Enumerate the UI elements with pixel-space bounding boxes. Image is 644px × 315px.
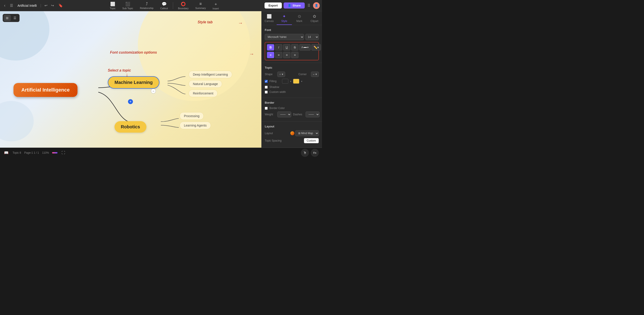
bold-button[interactable]: B	[267, 44, 274, 50]
tool-topic[interactable]: ⬜ Topic	[107, 1, 119, 10]
mark-tab-icon: ⊙	[298, 14, 301, 19]
filling-label: Filling	[270, 80, 280, 83]
align-center-button[interactable]: ≡	[275, 52, 282, 58]
tool-callout[interactable]: 💬 Callout	[157, 1, 171, 10]
font-name-row: Microsoft YaHei Arial 14 12 16 18	[265, 34, 319, 40]
app-title: Artificial Intelli	[16, 4, 38, 7]
align-row: ≡ ≡ ≡ ≡	[267, 52, 316, 58]
export-button[interactable]: Export	[264, 2, 282, 8]
summary-icon: ≡	[200, 1, 202, 6]
node-ml-plus-button[interactable]: +	[128, 99, 133, 104]
custom-width-checkbox[interactable]	[265, 91, 268, 94]
tab-canvas[interactable]: ⬜ Canvas	[262, 11, 277, 25]
align-right-button[interactable]: ≡	[283, 52, 290, 58]
relationship-icon: ⤴	[146, 1, 148, 6]
redo-button[interactable]: ↪	[50, 2, 55, 8]
undo-button[interactable]: ↩	[43, 2, 49, 8]
custom-width-row: Custom width	[265, 90, 319, 94]
subtopic-deep-learning[interactable]: Deep Intelligent Learning	[188, 71, 232, 78]
align-left-button[interactable]: ≡	[267, 52, 274, 58]
filling-dark-chevron: ▾	[290, 80, 291, 83]
filling-dark-swatch[interactable]	[282, 79, 288, 84]
share-button[interactable]: 👤 Share	[284, 2, 305, 8]
layout-section-title: Layout	[265, 125, 319, 128]
status-bar: 📖 Topic 8 Page-1 1 / 1 110% ⛶ 🖱 Fn	[0, 148, 322, 157]
tool-summary[interactable]: ≡ Summary	[192, 1, 209, 10]
format-row-1: B I U S A ▾ ✏️▾	[267, 44, 316, 50]
insert-label: Insert	[213, 7, 219, 10]
subtopic-natural-language[interactable]: Natural Language	[188, 80, 222, 88]
filling-yellow-swatch[interactable]	[293, 79, 299, 84]
node-ml-minus-button[interactable]: −	[151, 89, 156, 94]
subtopic-reinforcement[interactable]: Reinforcement	[188, 89, 218, 97]
topic-section-title: Topic	[265, 66, 319, 69]
annotation-select-topic: Select a topic	[108, 68, 131, 72]
summary-label: Summary	[195, 7, 206, 9]
cursor-mode-button[interactable]: 🖱	[301, 149, 309, 157]
weight-select[interactable]: —— –	[277, 111, 291, 117]
custom-button[interactable]: Custom	[304, 138, 319, 143]
undo-redo-group: ↩ ↪	[43, 2, 55, 8]
font-section: Font Microsoft YaHei Arial 14 12 16 18 B…	[262, 25, 322, 63]
subtopic-processing[interactable]: Processing	[180, 112, 204, 120]
brand-logo	[52, 152, 58, 153]
shadow-row: Shadow	[265, 85, 319, 89]
italic-button[interactable]: I	[275, 44, 282, 50]
topic-count-label: Topic 8	[12, 151, 21, 154]
grid-button[interactable]: ⠿	[306, 2, 311, 9]
align-justify-button[interactable]: ≡	[291, 52, 298, 58]
callout-icon: 💬	[162, 1, 166, 6]
status-book-button[interactable]: 📖	[3, 150, 10, 156]
fullscreen-button[interactable]: ⛶	[61, 150, 66, 156]
layout-section: Layout Layout ⊞ Mind Map Tree Topic Spac…	[262, 122, 322, 148]
border-section: Border Border Color Weight —— – Dashes —…	[262, 98, 322, 122]
custom-width-label: Custom width	[270, 90, 286, 94]
layout-select[interactable]: ⊞ Mind Map Tree	[295, 130, 319, 136]
relationship-label: Relationship	[140, 7, 154, 9]
tab-style[interactable]: ✦ Style	[277, 11, 292, 25]
underline-button[interactable]: U	[283, 44, 290, 50]
font-color-button[interactable]: A ▾	[299, 44, 310, 50]
boundary-icon: ⭕	[181, 1, 186, 6]
boundary-label: Boundary	[178, 7, 188, 10]
node-robotics[interactable]: Robotics	[114, 121, 146, 133]
annotation-font-custom: Font customization options	[110, 50, 157, 54]
tab-clipart[interactable]: ✿ Clipart	[307, 11, 322, 25]
corner-select[interactable]: ⌐ ▾	[311, 72, 319, 77]
shape-select[interactable]: ○ ▾	[277, 72, 285, 77]
status-right-buttons: 🖱 Fn	[301, 149, 319, 157]
panel-view-button[interactable]: ⊞	[4, 15, 11, 21]
shadow-checkbox[interactable]	[265, 86, 268, 89]
user-avatar[interactable]: 👤	[313, 2, 320, 9]
hamburger-button[interactable]: ☰	[9, 2, 14, 8]
node-root[interactable]: Artificial Intelligence	[14, 83, 78, 97]
dashes-select[interactable]: —— - - -	[306, 111, 320, 117]
border-section-title: Border	[265, 101, 319, 104]
back-button[interactable]: ‹	[2, 2, 7, 9]
tab-mark[interactable]: ⊙ Mark	[292, 11, 307, 25]
subtopic-learning-agents[interactable]: Learning Agents	[180, 122, 211, 129]
font-name-select[interactable]: Microsoft YaHei Arial	[265, 34, 304, 40]
bookmark-button[interactable]: 🔖	[57, 2, 64, 8]
tool-boundary[interactable]: ⭕ Boundary	[175, 1, 192, 10]
font-format-section: B I U S A ▾ ✏️▾ ≡ ≡ ≡ ≡	[265, 42, 319, 60]
panel-list-button[interactable]: ☰	[11, 15, 19, 21]
font-size-select[interactable]: 14 12 16 18	[306, 34, 319, 40]
strikethrough-button[interactable]: S	[291, 44, 298, 50]
annotation-font-arrow: →	[249, 51, 254, 57]
fn-button[interactable]: Fn	[311, 149, 319, 157]
subtopic-icon: ⬛	[125, 1, 130, 6]
canvas-area[interactable]: Artificial Intelligence Machine Learning…	[0, 11, 261, 157]
tool-subtopic[interactable]: ⬛ Sub Topic	[119, 1, 136, 10]
tool-relationship[interactable]: ⤴ Relationship	[137, 1, 157, 10]
border-color-checkbox[interactable]	[265, 107, 268, 110]
tool-insert[interactable]: ＋ Insert	[210, 0, 222, 11]
pen-button[interactable]: ✏️▾	[312, 44, 321, 50]
corner-label: Corner	[298, 73, 309, 76]
node-ml[interactable]: Machine Learning	[108, 76, 160, 89]
filling-checkbox[interactable]	[265, 80, 268, 83]
shape-label: Shape	[265, 73, 276, 76]
insert-icon: ＋	[214, 1, 218, 7]
shadow-label: Shadow	[270, 85, 279, 89]
left-panel: ⊞ ☰	[3, 14, 20, 22]
